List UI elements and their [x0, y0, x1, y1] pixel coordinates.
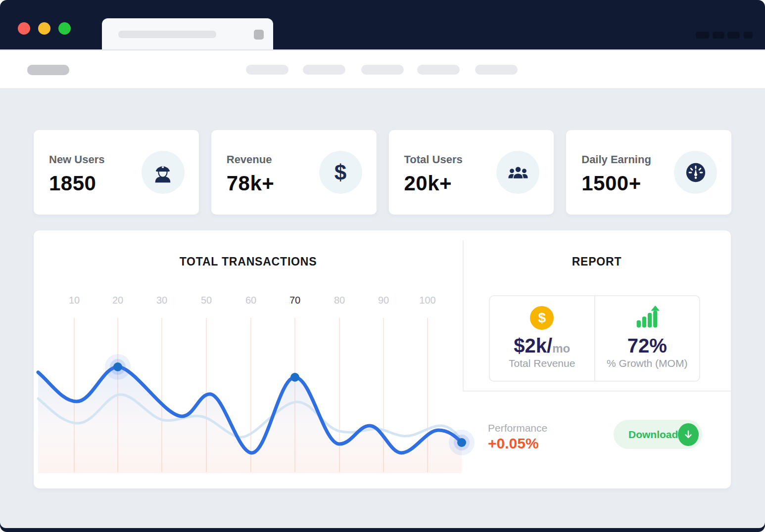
revenue-value: $2k/mo [490, 335, 594, 357]
nav-logo-placeholder[interactable] [27, 65, 69, 75]
revenue-unit: mo [552, 342, 570, 355]
minimize-window-button[interactable] [38, 22, 50, 35]
header-menu-placeholder [744, 32, 753, 39]
maximize-window-button[interactable] [58, 22, 71, 35]
nav-item-placeholder[interactable] [475, 65, 518, 75]
revenue-label: Total Revenue [490, 357, 594, 369]
stat-label: Total Users [404, 153, 463, 166]
download-arrow-icon[interactable] [678, 423, 699, 446]
close-window-button[interactable] [18, 22, 30, 35]
report-horizontal-divider [463, 391, 731, 392]
stat-card-revenue: Revenue 78k+ $ [211, 130, 377, 215]
tab-title-placeholder [118, 31, 216, 38]
performance-label: Performance [488, 422, 547, 434]
chart-point [290, 373, 299, 382]
report-revenue-block: $ $2k/mo Total Revenue [490, 296, 595, 381]
report-summary-box: $ $2k/mo Total Revenue [489, 295, 700, 382]
stat-card-daily-earning: Daily Earning 1500+ [566, 130, 731, 215]
header-menu-placeholder [713, 32, 724, 39]
nav-item-placeholder[interactable] [303, 65, 345, 75]
nav-item-placeholder[interactable] [417, 65, 460, 75]
stat-label: Daily Earning [581, 153, 651, 166]
users-icon [496, 151, 539, 194]
window-titlebar [0, 0, 765, 49]
transactions-line-chart [34, 305, 463, 474]
browser-toolbar [0, 49, 765, 88]
stat-value: 1500+ [581, 172, 641, 195]
officer-icon [142, 151, 185, 194]
stat-label: Revenue [227, 153, 272, 166]
tab-close-placeholder [254, 30, 264, 40]
growth-label: % Growth (MOM) [595, 357, 700, 369]
chart-title: TOTAL TRANSACTIONS [34, 255, 463, 268]
stat-card-total-users: Total Users 20k+ [389, 130, 554, 215]
analytics-panel: TOTAL TRANSACTIONS 10 20 30 50 60 70 80 … [34, 230, 731, 488]
header-menu-placeholder [696, 32, 709, 39]
browser-tab[interactable] [102, 18, 273, 49]
stat-card-new-users: New Users 1850 [34, 130, 199, 215]
report-title: REPORT [463, 255, 731, 268]
stats-row: New Users 1850 Revenue 78k+ [34, 130, 731, 215]
dollar-glyph: $ [335, 160, 346, 185]
stat-value: 1850 [49, 172, 96, 195]
download-button-label: Download [628, 429, 678, 441]
header-menu-placeholder [727, 32, 740, 39]
report-growth-block: 72% % Growth (MOM) [595, 296, 700, 381]
browser-window: New Users 1850 Revenue 78k+ [0, 0, 765, 532]
download-button[interactable]: Download [614, 420, 702, 449]
performance-value: +0.05% [488, 435, 539, 452]
nav-item-placeholder[interactable] [361, 65, 404, 75]
coin-icon: $ [529, 305, 555, 331]
growth-value: 72% [595, 335, 700, 357]
coin-dollar-glyph: $ [538, 310, 546, 326]
gauge-icon [674, 151, 717, 194]
stat-label: New Users [49, 153, 105, 166]
chart-point [457, 438, 466, 447]
stat-value: 20k+ [404, 172, 452, 195]
growth-bars-icon [634, 305, 660, 331]
chart-point [113, 362, 122, 371]
nav-item-placeholder[interactable] [246, 65, 288, 75]
dollar-icon: $ [319, 151, 362, 194]
chart-area-fill [38, 367, 462, 473]
stat-value: 78k+ [227, 172, 275, 195]
dashboard-content: New Users 1850 Revenue 78k+ [0, 88, 765, 528]
